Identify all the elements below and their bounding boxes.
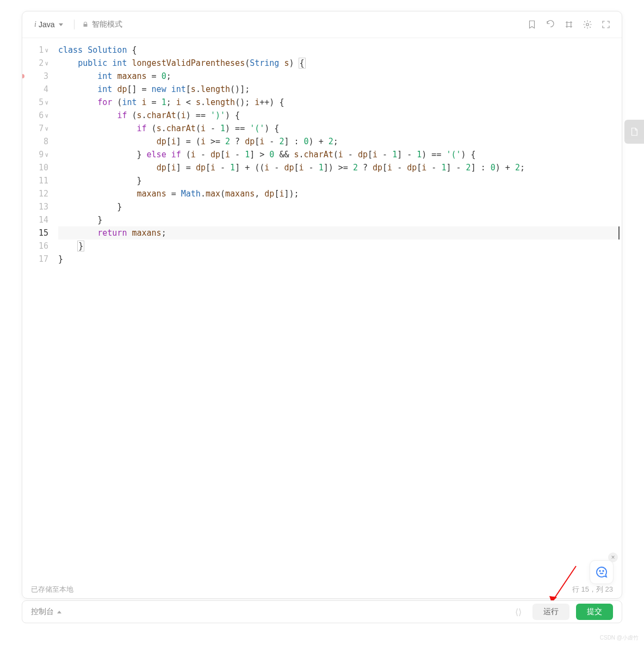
- code-line[interactable]: dp[i] = dp[i - 1] + ((i - dp[i - 1]) >= …: [58, 161, 620, 174]
- fold-icon[interactable]: ∨: [45, 60, 48, 67]
- svg-point-1: [599, 570, 600, 572]
- settings-button[interactable]: [580, 17, 595, 32]
- code-line[interactable]: int maxans = 0;: [58, 70, 620, 83]
- fold-icon[interactable]: ∨: [45, 112, 48, 119]
- console-toggle[interactable]: 控制台: [31, 607, 61, 617]
- chat-smile-icon: [595, 566, 608, 579]
- fold-icon[interactable]: ∨: [45, 151, 48, 158]
- document-icon: [629, 126, 639, 138]
- code-line[interactable]: }: [58, 253, 620, 266]
- code-line[interactable]: if (s.charAt(i - 1) == '(') {: [58, 122, 620, 135]
- gutter-line[interactable]: 6∨: [22, 109, 56, 122]
- side-tab[interactable]: [624, 120, 644, 144]
- editor-panel: i Java 智能模式 1∨2∨345∨6∨7∨89∨1011121314151…: [22, 11, 622, 599]
- code-line[interactable]: }: [58, 213, 620, 226]
- gutter-line[interactable]: 8: [22, 135, 56, 148]
- line-gutter: 1∨2∨345∨6∨7∨89∨1011121314151617: [22, 38, 56, 581]
- svg-point-2: [603, 570, 604, 572]
- tag-icon: ⟨⟩: [515, 607, 522, 617]
- code-line[interactable]: dp[i] = (i >= 2 ? dp[i - 2] : 0) + 2;: [58, 135, 620, 148]
- code-editor[interactable]: 1∨2∨345∨6∨7∨89∨1011121314151617 class So…: [22, 38, 622, 581]
- gutter-line[interactable]: 9∨: [22, 148, 56, 161]
- watermark: CSDN @小虚竹: [600, 634, 639, 642]
- gutter-line[interactable]: 12: [22, 187, 56, 200]
- gutter-line[interactable]: 2∨: [22, 57, 56, 70]
- language-label: Java: [39, 20, 55, 29]
- gutter-line[interactable]: 13: [22, 200, 56, 213]
- gutter-line[interactable]: 7∨: [22, 122, 56, 135]
- gutter-line[interactable]: 4: [22, 83, 56, 96]
- gutter-line[interactable]: 17: [22, 253, 56, 266]
- svg-point-0: [586, 23, 589, 26]
- gutter-line[interactable]: 14: [22, 213, 56, 226]
- code-line[interactable]: public int longestValidParentheses(Strin…: [58, 57, 620, 70]
- status-bar: 已存储至本地 行 15，列 23: [22, 581, 622, 598]
- bottom-bar: 控制台 ⟨⟩ 运行 提交: [22, 600, 622, 623]
- breakpoint-dot[interactable]: [22, 74, 24, 78]
- toolbar-divider: [74, 20, 75, 29]
- code-line[interactable]: return maxans;: [58, 226, 620, 239]
- code-line[interactable]: }: [58, 174, 620, 187]
- code-line[interactable]: maxans = Math.max(maxans, dp[i]);: [58, 187, 620, 200]
- fold-icon[interactable]: ∨: [45, 47, 48, 54]
- language-selector[interactable]: i Java: [31, 18, 66, 31]
- code-line[interactable]: class Solution {: [58, 44, 620, 57]
- language-icon: i: [34, 20, 36, 29]
- gutter-line[interactable]: 16: [22, 239, 56, 253]
- saved-label: 已存储至本地: [31, 585, 73, 594]
- fold-icon[interactable]: ∨: [45, 125, 48, 132]
- code-line[interactable]: int dp[] = new int[s.length()];: [58, 83, 620, 96]
- code-line[interactable]: }: [58, 200, 620, 213]
- chevron-up-icon: [57, 611, 61, 613]
- gutter-line[interactable]: 1∨: [22, 44, 56, 57]
- code-line[interactable]: } else if (i - dp[i - 1] > 0 && s.charAt…: [58, 148, 620, 161]
- chevron-down-icon: [59, 23, 63, 26]
- gutter-line[interactable]: 15: [22, 226, 56, 239]
- code-line[interactable]: }: [58, 239, 620, 253]
- gutter-line[interactable]: 3: [22, 70, 56, 83]
- code-line[interactable]: for (int i = 1; i < s.length(); i++) {: [58, 96, 620, 109]
- toolbar: i Java 智能模式: [22, 11, 622, 38]
- fold-icon[interactable]: ∨: [45, 99, 48, 106]
- run-button[interactable]: 运行: [532, 604, 569, 620]
- shortcuts-button[interactable]: [562, 17, 576, 32]
- code-line[interactable]: if (s.charAt(i) == ')') {: [58, 109, 620, 122]
- fullscreen-button[interactable]: [599, 17, 613, 32]
- code-area[interactable]: class Solution { public int longestValid…: [56, 38, 622, 581]
- bookmark-button[interactable]: [525, 17, 539, 32]
- undo-button[interactable]: [543, 17, 558, 32]
- lock-icon: [82, 21, 89, 28]
- gutter-line[interactable]: 10: [22, 161, 56, 174]
- mode-label: 智能模式: [82, 20, 122, 29]
- gutter-line[interactable]: 5∨: [22, 96, 56, 109]
- gutter-line[interactable]: 11: [22, 174, 56, 187]
- assistant-float-button[interactable]: [590, 560, 614, 584]
- submit-button[interactable]: 提交: [576, 604, 613, 620]
- cursor-label: 行 15，列 23: [572, 585, 613, 594]
